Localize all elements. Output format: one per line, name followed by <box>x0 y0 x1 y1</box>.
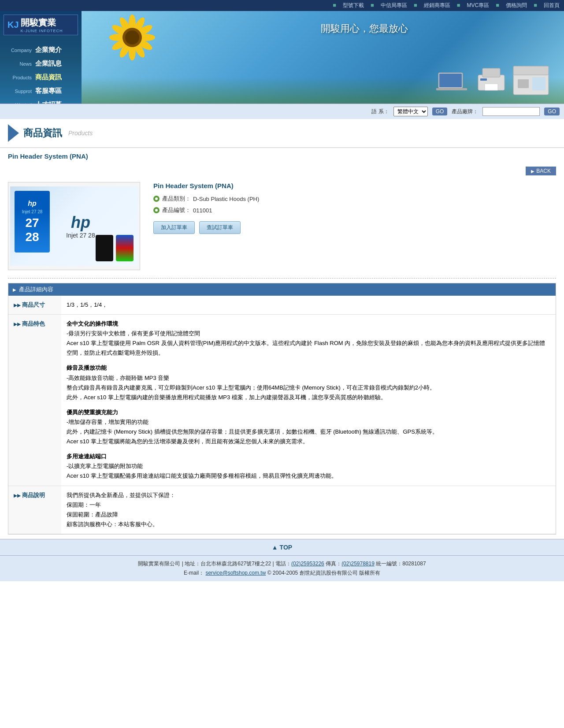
topbar-citibank[interactable]: 中信局專區 <box>381 2 407 9</box>
feature-section-3: 優異的雙重擴充能力 -增加儲存容量，增加實用的功能 此外，內建記憶卡 (Memo… <box>67 408 550 446</box>
feature-desc-1: Acer s10 掌上型電腦使用 Palm OSR 及個人資料管理(PIM)應用… <box>67 338 550 358</box>
desc-intro: 我們所提供為全新產品，並提供以下保證： <box>67 490 550 500</box>
svg-point-13 <box>125 30 139 45</box>
topbar-dealer[interactable]: 經銷商專區 <box>424 2 450 9</box>
category-label: 產品類別： <box>162 195 193 203</box>
topbar-download[interactable]: 型號下載 <box>343 2 364 9</box>
feature-desc-4: Acer s10 掌上型電腦配備多用途連結端口能支援協力廠商開發多種相容模組，簡… <box>67 471 550 481</box>
header-right: 開駿用心，您最放心 <box>82 11 564 104</box>
add-to-cart-button[interactable]: 加入訂單車 <box>153 221 195 234</box>
feature-section-2: 錄音及播放功能 -高效能錄放音功能，亦能聆聽 MP3 音樂 整合式錄音具有錄音及… <box>67 363 550 402</box>
feature-subtitle-1: -毋須另行安裝中文軟體，保有更多可使用記憶體空間 <box>67 329 550 338</box>
sidebar-zh-news: 企業訊息 <box>35 59 62 68</box>
top-button[interactable]: TOP <box>272 544 292 551</box>
feature-section-1: 全中文化的操作環境 -毋須另行安裝中文軟體，保有更多可使用記憶體空間 Acer … <box>67 319 550 358</box>
footer-fax-label: 傳真： <box>326 561 341 567</box>
feature-desc-3a: 此外，內建記憶卡 (Memory Stick) 插槽提供您無限的儲存容量；且提供… <box>67 427 550 437</box>
topbar-dot: ■ <box>333 2 336 9</box>
footer-tel-label: 電話： <box>275 561 291 567</box>
color-cartridge <box>116 235 134 261</box>
category-value: D-Sub Plastic Hoods (PH) <box>193 196 259 202</box>
lang-select[interactable]: 繁體中文 English <box>393 107 428 116</box>
hp-logo: hp <box>71 213 90 232</box>
footer-address: 地址：台北市林森北路627號7樓之22 <box>185 561 271 567</box>
sidebar-item-wanted[interactable]: Wanted 人才招募 <box>0 98 82 104</box>
feature-title-2: 錄音及播放功能 <box>67 363 550 373</box>
footer-fax[interactable]: (02)25978819 <box>341 561 375 567</box>
header-left: KJ 開駿實業 K-JUNE INFOTECH Company 企業簡介 New… <box>0 11 82 104</box>
detail-section: 產品詳細內容 商品尺寸 1/3，1/5，1/4， 商品特色 全中文化的操作環境 … <box>8 283 556 535</box>
topbar-home[interactable]: 回首頁 <box>544 2 560 9</box>
header-products-image <box>436 62 551 97</box>
footer: 開駿實業有限公司 | 地址：台北市林森北路627號7樓之22 | 電話：(02)… <box>0 555 564 581</box>
sidebar-item-news[interactable]: News 企業訊息 <box>0 57 82 71</box>
category-row: 產品類別： D-Sub Plastic Hoods (PH) <box>153 195 556 203</box>
hp-box-left: hp Injet 27 28 27 28 <box>15 191 50 253</box>
logo-area: KJ 開駿實業 K-JUNE INFOTECH <box>0 11 82 39</box>
code-value: 011001 <box>193 207 212 214</box>
feature-title-1: 全中文化的操作環境 <box>67 319 550 329</box>
detail-header: 產品詳細內容 <box>8 283 556 296</box>
hp-injet-text: Injet 27 28 <box>66 232 95 239</box>
logo-en: K-JUNE INFOTECH <box>21 29 63 33</box>
feature-desc-2b: 此外，Acer s10 掌上型電腦內建的音樂播放應用程式能播放 MP3 檔案，加… <box>67 393 550 402</box>
category-bullet <box>153 196 160 202</box>
product-info-title: Pin Header System (PNA) <box>153 182 556 189</box>
product-image: hp Injet 27 28 27 28 hp Injet 27 28 <box>8 182 140 270</box>
sunflower-icon <box>108 13 156 62</box>
topbar-mvc[interactable]: MVC專區 <box>467 2 490 9</box>
size-label: 商品尺寸 <box>8 296 61 315</box>
table-row-features: 商品特色 全中文化的操作環境 -毋須另行安裝中文軟體，保有更多可使用記憶體空間 … <box>8 315 556 486</box>
sidebar-item-company[interactable]: Company 企業簡介 <box>0 43 82 57</box>
language-bar: 語 系： 繁體中文 English GO 產品廠牌： GO <box>0 104 564 119</box>
black-cartridge <box>96 235 113 261</box>
feature-title-4: 多用途連結端口 <box>67 452 550 461</box>
svg-rect-18 <box>482 68 500 77</box>
svg-rect-16 <box>436 88 467 90</box>
features-value: 全中文化的操作環境 -毋須另行安裝中文軟體，保有更多可使用記憶體空間 Acer … <box>61 315 556 486</box>
brand-search-input[interactable] <box>482 107 540 116</box>
footer-line2: E-mail： service@softshop.com.tw © 2004-2… <box>8 569 556 577</box>
lang-go-button[interactable]: GO <box>432 108 448 115</box>
sidebar-zh-products: 商品資訊 <box>35 73 62 82</box>
description-label: 商品說明 <box>8 486 61 534</box>
sidebar-item-support[interactable]: Supprot 客服專區 <box>0 84 82 98</box>
top-area: TOP <box>0 539 564 555</box>
product-info: Pin Header System (PNA) 產品類別： D-Sub Plas… <box>153 182 556 234</box>
brand-go-button[interactable]: GO <box>544 108 560 115</box>
footer-company: 開駿實業有限公司 <box>138 561 180 567</box>
laptop-icon <box>436 71 471 97</box>
feature-desc-3b: Acer s10 掌上型電腦將能為您的生活增添樂趣及便利，而且能有效滿足您個人未… <box>67 437 550 446</box>
description-value: 我們所提供為全新產品，並提供以下保證： 保固期：一年 保固範圍：產品故障 顧客諮… <box>61 486 556 534</box>
svg-rect-19 <box>485 84 498 90</box>
product-area: hp Injet 27 28 27 28 hp Injet 27 28 Pin … <box>0 178 564 275</box>
cart-buttons: 加入訂單車 查試訂單車 <box>153 221 556 234</box>
footer-copyright: © 2004-2005 創世紀資訊股份有限公司 版權所有 <box>267 570 380 576</box>
svg-rect-23 <box>518 79 529 88</box>
footer-email[interactable]: service@softshop.com.tw <box>205 570 266 576</box>
footer-email-label: E-mail： <box>184 570 204 576</box>
table-row-description: 商品說明 我們所提供為全新產品，並提供以下保證： 保固期：一年 保固範圍：產品故… <box>8 486 556 534</box>
topbar-price[interactable]: 價格詢問 <box>506 2 527 9</box>
back-button[interactable]: BACK <box>526 167 556 175</box>
product-title: Pin Header System (PNA) <box>0 148 564 164</box>
sidebar-zh-wanted: 人才招募 <box>35 100 62 104</box>
sidebar-item-products[interactable]: Products 商品資訊 <box>0 71 82 84</box>
sidebar-zh-support: 客服專區 <box>35 87 62 95</box>
view-cart-button[interactable]: 查試訂單車 <box>199 221 241 234</box>
heading-triangle <box>8 124 19 142</box>
footer-tel[interactable]: (02)25953226 <box>291 561 324 567</box>
table-row-size: 商品尺寸 1/3，1/5，1/4， <box>8 296 556 315</box>
header-slogan: 開駿用心，您最放心 <box>321 22 408 35</box>
feature-subtitle-3: -增加儲存容量，增加實用的功能 <box>67 417 550 427</box>
code-bullet <box>153 207 160 213</box>
header: KJ 開駿實業 K-JUNE INFOTECH Company 企業簡介 New… <box>0 11 564 104</box>
feature-subtitle-2: -高效能錄放音功能，亦能聆聽 MP3 音樂 <box>67 373 550 383</box>
code-row: 產品編號： 011001 <box>153 206 556 214</box>
sidebar-en-news: News <box>4 61 32 67</box>
topbar-dot: ■ <box>534 2 537 9</box>
svg-rect-24 <box>532 77 545 90</box>
topbar: ■ 型號下載 ■ 中信局專區 ■ 經銷商專區 ■ MVC專區 ■ 價格詢問 ■ … <box>0 0 564 11</box>
hp-cartridges <box>96 235 134 261</box>
code-label: 產品編號： <box>162 206 193 214</box>
